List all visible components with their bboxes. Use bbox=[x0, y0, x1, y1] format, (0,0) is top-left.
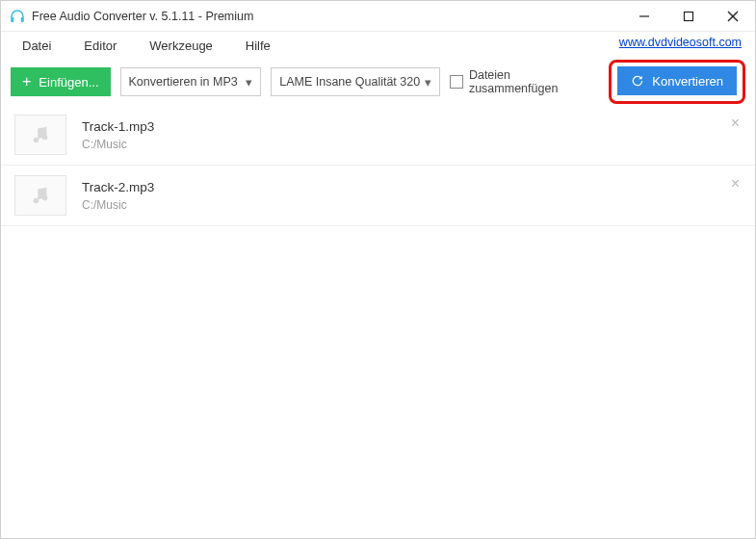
checkbox-icon bbox=[450, 75, 463, 89]
track-name: Track-2.mp3 bbox=[82, 180, 154, 194]
merge-files-label: Dateien zusammenfügen bbox=[469, 68, 599, 95]
titlebar: Free Audio Converter v. 5.1.11 - Premium bbox=[1, 1, 755, 32]
menu-editor[interactable]: Editor bbox=[74, 35, 126, 57]
menu-file[interactable]: Datei bbox=[13, 35, 61, 57]
vendor-link[interactable]: www.dvdvideosoft.com bbox=[619, 36, 742, 49]
add-files-button[interactable]: + Einfügen... bbox=[11, 67, 111, 96]
track-list: Track-1.mp3 C:/Music × Track-2.mp3 C:/Mu… bbox=[1, 105, 755, 538]
track-row[interactable]: Track-2.mp3 C:/Music × bbox=[1, 166, 755, 226]
svg-rect-3 bbox=[685, 12, 693, 20]
svg-point-9 bbox=[42, 195, 48, 201]
quality-select[interactable]: LAME Insane Qualität 320 kb ▾ bbox=[271, 67, 440, 96]
plus-icon: + bbox=[22, 74, 31, 90]
track-path: C:/Music bbox=[82, 138, 154, 151]
convert-highlight: Konvertieren bbox=[609, 60, 745, 104]
minimize-button[interactable] bbox=[622, 1, 666, 32]
format-select[interactable]: Konvertieren in MP3 ▾ bbox=[120, 67, 262, 96]
format-select-value: Konvertieren in MP3 bbox=[129, 75, 238, 89]
app-window: Free Audio Converter v. 5.1.11 - Premium… bbox=[0, 0, 756, 539]
track-meta: Track-2.mp3 C:/Music bbox=[82, 180, 154, 212]
track-path: C:/Music bbox=[82, 198, 154, 212]
window-controls bbox=[622, 1, 755, 32]
toolbar: + Einfügen... Konvertieren in MP3 ▾ LAME… bbox=[1, 59, 755, 105]
merge-files-checkbox[interactable]: Dateien zusammenfügen bbox=[450, 68, 599, 95]
remove-track-button[interactable]: × bbox=[731, 175, 740, 192]
window-title: Free Audio Converter v. 5.1.11 - Premium bbox=[32, 10, 622, 23]
menubar: Datei Editor Werkzeuge Hilfe www.dvdvide… bbox=[1, 32, 755, 59]
menu-tools[interactable]: Werkzeuge bbox=[140, 35, 222, 57]
close-button[interactable] bbox=[711, 1, 755, 32]
headphones-icon bbox=[9, 8, 26, 25]
chevron-down-icon: ▾ bbox=[425, 75, 431, 90]
remove-track-button[interactable]: × bbox=[731, 115, 740, 132]
svg-point-6 bbox=[34, 138, 39, 143]
music-note-icon bbox=[14, 175, 66, 216]
track-name: Track-1.mp3 bbox=[82, 119, 154, 134]
quality-select-value: LAME Insane Qualität 320 kb bbox=[279, 75, 422, 89]
svg-rect-0 bbox=[11, 16, 13, 21]
chevron-down-icon: ▾ bbox=[246, 75, 252, 90]
convert-label: Konvertieren bbox=[652, 74, 723, 89]
svg-rect-1 bbox=[21, 16, 24, 21]
convert-button[interactable]: Konvertieren bbox=[617, 66, 737, 95]
refresh-icon bbox=[631, 74, 644, 88]
maximize-button[interactable] bbox=[666, 1, 711, 32]
track-row[interactable]: Track-1.mp3 C:/Music × bbox=[1, 105, 755, 166]
menu-help[interactable]: Hilfe bbox=[236, 35, 280, 57]
track-meta: Track-1.mp3 C:/Music bbox=[82, 119, 154, 151]
add-files-label: Einfügen... bbox=[39, 75, 98, 90]
svg-point-7 bbox=[42, 135, 48, 141]
music-note-icon bbox=[14, 115, 66, 155]
svg-point-8 bbox=[34, 198, 39, 204]
